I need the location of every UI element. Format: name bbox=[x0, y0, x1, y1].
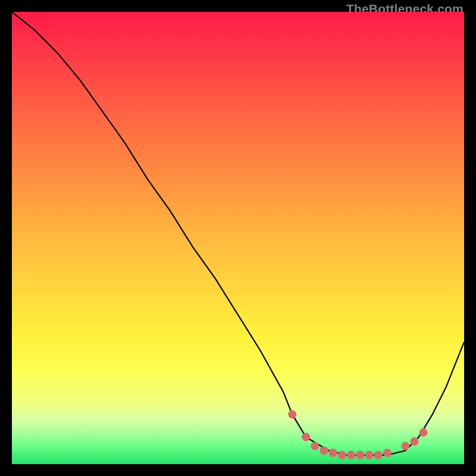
highlight-dot bbox=[383, 449, 392, 457]
highlight-dot bbox=[347, 451, 355, 459]
highlight-dot bbox=[288, 410, 296, 418]
bottleneck-curve-line bbox=[12, 12, 464, 455]
chart-frame: TheBottleneck.com bbox=[10, 10, 466, 466]
highlight-dot bbox=[338, 451, 346, 459]
highlight-dot bbox=[302, 433, 310, 441]
highlight-dot bbox=[329, 449, 337, 457]
highlight-dot bbox=[320, 446, 328, 455]
highlight-dot bbox=[419, 428, 428, 437]
highlight-dot bbox=[365, 451, 373, 459]
highlight-dot bbox=[410, 437, 418, 446]
highlight-dots-group bbox=[288, 410, 427, 459]
chart-svg bbox=[12, 12, 464, 464]
highlight-dot bbox=[374, 451, 383, 459]
highlight-dot bbox=[356, 451, 364, 459]
highlight-dot bbox=[401, 442, 409, 450]
chart-plot-area bbox=[12, 12, 464, 464]
highlight-dot bbox=[311, 442, 319, 450]
